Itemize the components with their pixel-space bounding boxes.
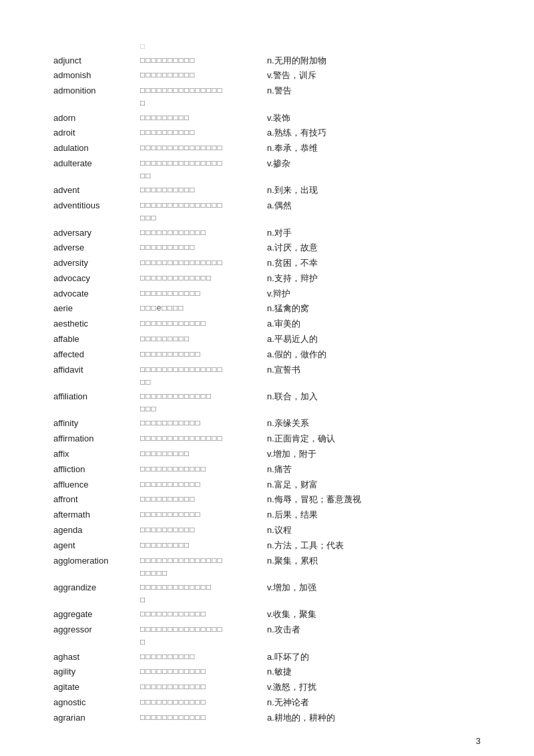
list-item: affluence□□□□□□□□□□□n.富足，财富 [53,478,481,493]
phonetic-label: □□□□□□□□□□□□□□□□□ [140,156,267,183]
word-label: affinity [53,416,140,431]
definition-label: v.激怒，打扰 [267,680,481,695]
word-label: affix [53,447,140,462]
definition-label: n.正面肯定，确认 [267,431,481,447]
definition-label: v.装饰 [267,111,481,126]
definition-label: a.讨厌，故意 [267,240,481,256]
definition-label: n.攻击者 [267,622,481,649]
word-label: agitate [53,680,140,695]
word-label: affliction [53,462,140,478]
list-item: agenda□□□□□□□□□□n.议程 [53,523,481,538]
list-item: affront□□□□□□□□□□n.侮辱，冒犯；蓄意蔑视 [53,492,481,508]
phonetic-label: □□□e□□□□ [140,301,267,317]
phonetic-label: □□□□□□□□□□□□□ [140,271,267,287]
phonetic-label: □□□□□□□□□□□ [140,347,267,363]
phonetic-label: □□□□□□□□□□□□□□□ [140,256,267,271]
phonetic-label: □□□□□□□□□□ [140,240,267,256]
list-item: admonish□□□□□□□□□□v.警告，训斥 [53,68,481,83]
definition-label: a.假的，做作的 [267,347,481,363]
phonetic-label: □□□□□□□□□□□□ [140,317,267,332]
phonetic-label: □□□□□□□□□□□□□□□ [140,431,267,447]
phonetic-label: □□□□□□□□□□□ [140,478,267,493]
phonetic-label: □□□□□□□□□□□□ [140,665,267,680]
list-item: aggrandize□□□□□□□□□□□□□□v.增加，加强 [53,580,481,607]
word-label: affirmation [53,431,140,447]
word-label: agent [53,538,140,554]
word-label: admonition [53,83,140,110]
definition-label: n.方法，工具；代表 [267,538,481,554]
word-label: agnostic [53,695,140,711]
phonetic-label: □□□□□□□□□□□□□□□□□ [140,363,267,389]
word-label: adventitious [53,198,140,225]
list-item: affiliation□□□□□□□□□□□□□□□□n.联合，加入 [53,389,481,416]
definition-label: a.审美的 [267,317,481,332]
list-item: aghast□□□□□□□□□□a.吓坏了的 [53,650,481,665]
word-label: advent [53,183,140,198]
phonetic-label: □□□□□□□□□□ [140,523,267,538]
word-label: adjunct [53,53,140,69]
definition-label: v.收集，聚集 [267,607,481,622]
definition-label: n.后果，结果 [267,508,481,523]
list-item: adulterate□□□□□□□□□□□□□□□□□v.掺杂 [53,156,481,183]
definition-label: a.偶然 [267,198,481,225]
list-item: agility□□□□□□□□□□□□n.敏捷 [53,665,481,680]
definition-label: n.联合，加入 [267,389,481,416]
definition-label: n.痛苦 [267,462,481,478]
phonetic-label: □□□□□□□□□□□□□□□□ [140,622,267,649]
definition-label: v.辩护 [267,287,481,302]
list-item: adversity□□□□□□□□□□□□□□□n.贫困，不幸 [53,256,481,271]
word-label: advocate [53,287,140,302]
definition-label: n.到来，出现 [267,183,481,198]
list-item: aerie□□□e□□□□n.猛禽的窝 [53,301,481,317]
word-label: admonish [53,68,140,83]
word-label: aerie [53,301,140,317]
phonetic-label: □□□□□□□□□□□□ [140,695,267,711]
phonetic-label: □□□□□□□□□□□□ [140,711,267,726]
definition-label: a.熟练，有技巧 [267,126,481,141]
phonetic-label: □□□□□□□□□ [140,332,267,347]
list-item: adorn□□□□□□□□□v.装饰 [53,111,481,126]
list-item: adulation□□□□□□□□□□□□□□□n.奉承，恭维 [53,141,481,156]
list-item: agent□□□□□□□□□n.方法，工具；代表 [53,538,481,554]
word-label: affected [53,347,140,363]
phonetic-label: □□□□□□□□□□ [140,650,267,665]
phonetic-label: □□□□□□□□□□□□ [140,607,267,622]
list-item: adroit□□□□□□□□□□a.熟练，有技巧 [53,126,481,141]
word-label: advocacy [53,271,140,287]
list-item: admonition□□□□□□□□□□□□□□□□n.警告 [53,83,481,110]
word-label: aggrandize [53,580,140,607]
phonetic-label: □□□□□□□□□□□□ [140,462,267,478]
definition-label: v.增加，加强 [267,580,481,607]
word-label: aftermath [53,508,140,523]
phonetic-label: □□□□□□□□□□□□ [140,680,267,695]
list-item: affable□□□□□□□□□a.平易近人的 [53,332,481,347]
definition-label: a.耕地的，耕种的 [267,711,481,726]
spacer-row: □ [53,40,481,53]
word-label: agenda [53,523,140,538]
definition-label: n.奉承，恭维 [267,141,481,156]
list-item: affix□□□□□□□□□v.增加，附于 [53,447,481,462]
list-item: adjunct□□□□□□□□□□n.无用的附加物 [53,53,481,69]
list-item: agglomeration□□□□□□□□□□□□□□□□□□□□n.聚集，累积 [53,554,481,580]
definition-label: v.增加，附于 [267,447,481,462]
phonetic-label: □□□□□□□□□□□ [140,508,267,523]
list-item: adverse□□□□□□□□□□a.讨厌，故意 [53,240,481,256]
definition-label: n.警告 [267,83,481,110]
definition-label: a.吓坏了的 [267,650,481,665]
definition-label: n.对手 [267,226,481,241]
list-item: aggregate□□□□□□□□□□□□v.收集，聚集 [53,607,481,622]
definition-label: n.无用的附加物 [267,53,481,69]
list-item: advocate□□□□□□□□□□□v.辩护 [53,287,481,302]
word-label: adorn [53,111,140,126]
list-item: aftermath□□□□□□□□□□□n.后果，结果 [53,508,481,523]
phonetic-label: □□□□□□□□□□ [140,68,267,83]
word-label: aggressor [53,622,140,649]
list-item: advent□□□□□□□□□□n.到来，出现 [53,183,481,198]
definition-label: n.贫困，不幸 [267,256,481,271]
list-item: affliction□□□□□□□□□□□□n.痛苦 [53,462,481,478]
phonetic-label: □□□□□□□□□□□ [140,416,267,431]
list-item: adventitious□□□□□□□□□□□□□□□□□□a.偶然 [53,198,481,225]
word-label: affront [53,492,140,508]
phonetic-label: □□□□□□□□□□ [140,183,267,198]
phonetic-label: □□□□□□□□□□ [140,53,267,69]
